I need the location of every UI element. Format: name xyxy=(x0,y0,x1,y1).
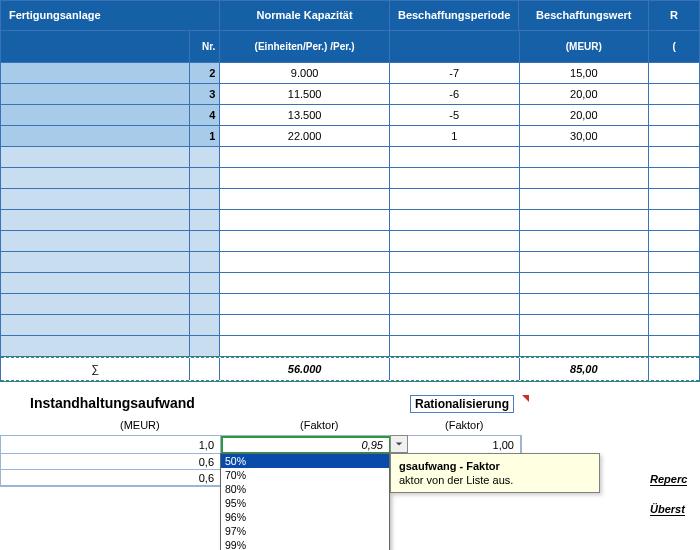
cell-kap[interactable]: 22.000 xyxy=(220,126,390,147)
subhdr-rest: ( xyxy=(649,31,699,63)
meur-cell-1[interactable]: 0,6 xyxy=(1,454,221,470)
row-nr[interactable]: 4 xyxy=(190,105,220,126)
cell-rest[interactable] xyxy=(649,105,699,126)
dropdown-option[interactable]: 80% xyxy=(221,482,389,496)
cell-kap[interactable]: 9.000 xyxy=(220,63,390,84)
cell-rest[interactable] xyxy=(649,84,699,105)
faktor-dropdown-button[interactable] xyxy=(390,435,408,453)
hdr-fertigungsanlage: Fertigungsanlage xyxy=(1,1,220,31)
cell-per[interactable]: -7 xyxy=(390,63,520,84)
hdr-rest: R xyxy=(649,1,699,31)
subhdr-per xyxy=(390,31,520,63)
hdr-kapazitaet: Normale Kapazität xyxy=(220,1,390,31)
sum-kap: 56.000 xyxy=(220,358,390,380)
faktor-tooltip: gsaufwang - Faktor aktor von der Liste a… xyxy=(390,453,600,493)
subhdr-kap: (Einheiten/Per.) /Per.) xyxy=(220,31,390,63)
dropdown-option[interactable]: 95% xyxy=(221,496,389,510)
rat-cell-0[interactable]: 1,00 xyxy=(391,436,521,454)
dropdown-option[interactable]: 70% xyxy=(221,468,389,482)
side-label-reperc: Reperc xyxy=(650,473,687,486)
cell-kap[interactable]: 11.500 xyxy=(220,84,390,105)
cell-wert[interactable]: 20,00 xyxy=(520,105,650,126)
cell-wert[interactable]: 30,00 xyxy=(520,126,650,147)
tooltip-title: gsaufwang - Faktor xyxy=(399,460,591,472)
dropdown-option[interactable]: 96% xyxy=(221,510,389,524)
sum-label: ∑ xyxy=(1,358,189,380)
sum-per xyxy=(390,358,520,380)
subhdr-blank xyxy=(1,31,190,63)
tooltip-body: aktor von der Liste aus. xyxy=(399,474,513,486)
subhdr-wert: (MEUR) xyxy=(520,31,650,63)
row-nr[interactable]: 1 xyxy=(190,126,220,147)
faktor-cell-0[interactable]: 0,95 xyxy=(221,436,391,454)
cell-wert[interactable]: 20,00 xyxy=(520,84,650,105)
row-nr[interactable]: 2 xyxy=(190,63,220,84)
faktor-dropdown-list[interactable]: 50%70%80%95%96%97%99%100% xyxy=(220,453,390,550)
chevron-down-icon xyxy=(395,438,403,450)
dropdown-option[interactable]: 50% xyxy=(221,454,389,468)
row-nr[interactable]: 3 xyxy=(190,84,220,105)
cell-rest[interactable] xyxy=(649,126,699,147)
cell-wert[interactable]: 15,00 xyxy=(520,63,650,84)
meur-cell-0[interactable]: 1,0 xyxy=(1,436,221,454)
instandhaltung-sub-meur: (MEUR) xyxy=(120,419,160,431)
side-label-ueberst: Überst xyxy=(650,503,685,516)
dropdown-option[interactable]: 99% xyxy=(221,538,389,550)
rationalisierung-title: Rationalisierung xyxy=(410,395,514,413)
rationalisierung-sub: (Faktor) xyxy=(445,419,484,431)
cell-comment-marker[interactable] xyxy=(522,395,529,402)
dropdown-option[interactable]: 97% xyxy=(221,524,389,538)
cell-kap[interactable]: 13.500 xyxy=(220,105,390,126)
meur-cell-2[interactable]: 0,6 xyxy=(1,470,221,486)
cell-per[interactable]: -6 xyxy=(390,84,520,105)
hdr-beschaffungsperiode: Beschaffungsperiode xyxy=(390,1,520,31)
instandhaltung-sub-faktor: (Faktor) xyxy=(300,419,339,431)
cell-per[interactable]: -5 xyxy=(390,105,520,126)
facility-table: Fertigungsanlage Normale Kapazität Besch… xyxy=(0,0,700,382)
instandhaltung-title: Instandhaltungsaufwand xyxy=(30,395,195,411)
sum-wert: 85,00 xyxy=(520,358,650,380)
hdr-beschaffungswert: Beschaffungswert xyxy=(519,1,649,31)
cell-per[interactable]: 1 xyxy=(390,126,520,147)
subhdr-nr: Nr. xyxy=(190,31,220,63)
cell-rest[interactable] xyxy=(649,63,699,84)
